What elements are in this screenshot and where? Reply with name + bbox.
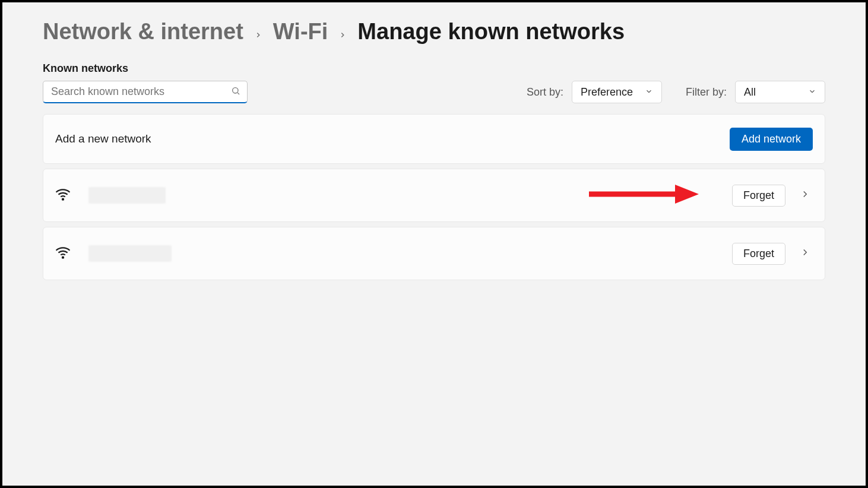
svg-point-3 [62,257,64,258]
breadcrumb: Network & internet Wi-Fi Manage known ne… [43,19,825,45]
sort-value: Preference [581,86,633,99]
add-network-card: Add a new network Add network [43,114,825,164]
section-label-known-networks: Known networks [43,62,825,75]
sort-label: Sort by: [527,86,563,99]
filter-value: All [744,86,756,99]
svg-point-2 [62,199,64,200]
chevron-right-icon [254,26,262,43]
search-container [43,81,248,103]
chevron-right-icon[interactable] [797,186,813,204]
network-item[interactable]: Forget [43,227,825,280]
filter-label: Filter by: [686,86,727,99]
breadcrumb-current: Manage known networks [357,19,625,45]
add-network-label: Add a new network [55,132,151,145]
controls-row: Sort by: Preference Filter by: All [43,81,825,103]
add-network-button[interactable]: Add network [730,128,813,151]
wifi-icon [55,186,71,204]
chevron-down-icon [645,86,653,99]
chevron-down-icon [808,86,816,99]
chevron-right-icon [338,26,347,43]
sort-dropdown[interactable]: Preference [572,81,662,103]
forget-button[interactable]: Forget [732,185,785,207]
chevron-right-icon[interactable] [797,245,813,262]
breadcrumb-wifi[interactable]: Wi-Fi [273,19,328,45]
breadcrumb-network-internet[interactable]: Network & internet [43,19,243,45]
network-item[interactable]: Forget [43,169,825,222]
search-input[interactable] [43,81,248,103]
forget-button[interactable]: Forget [732,243,785,265]
network-name [88,245,732,262]
filter-dropdown[interactable]: All [735,81,825,103]
wifi-icon [55,245,71,262]
network-name [88,187,732,204]
